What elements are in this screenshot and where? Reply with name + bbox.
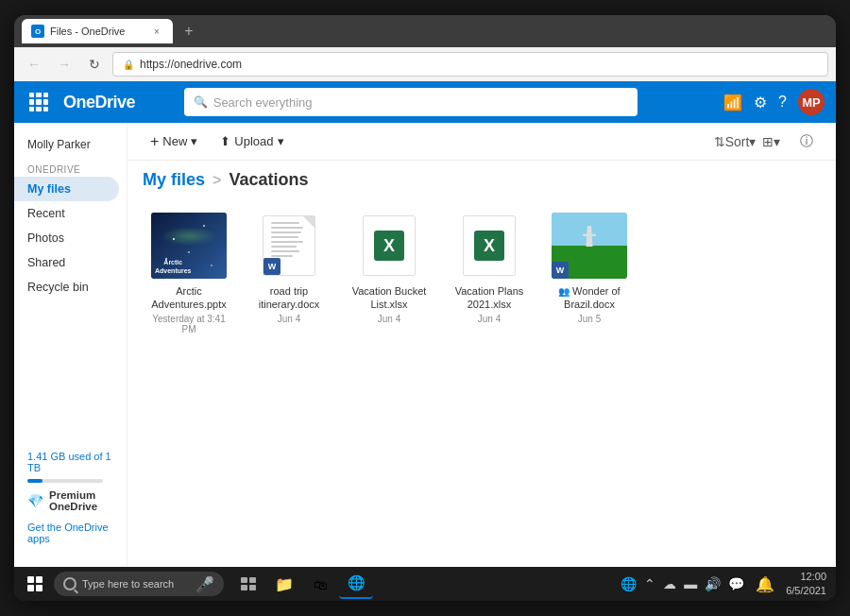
upload-label: Upload xyxy=(234,134,273,148)
doc-line xyxy=(271,227,303,229)
file-date: Jun 4 xyxy=(478,314,501,324)
search-box[interactable]: 🔍 Search everything xyxy=(184,88,638,116)
toolbar-right: ⇅ Sort ▾ ⊞ ▾ ⓘ xyxy=(721,128,821,156)
file-item[interactable]: W 👥 Wonder of Brazil.docx Jun 5 xyxy=(543,205,636,342)
refresh-button[interactable]: ↻ xyxy=(82,52,107,77)
edge-button[interactable]: 🌐 xyxy=(339,569,373,599)
doc-line xyxy=(271,231,301,233)
sidebar: Molly Parker OneDrive My files Recent Ph… xyxy=(14,123,128,567)
chevron-up-icon[interactable]: ⌃ xyxy=(644,576,655,591)
comment-icon[interactable]: 💬 xyxy=(728,576,744,591)
get-apps-link[interactable]: Get the OneDrive apps xyxy=(27,522,113,544)
info-icon: ⓘ xyxy=(800,133,813,150)
file-item[interactable]: X Vacation Bucket List.xlsx Jun 4 xyxy=(343,205,435,342)
file-explorer-button[interactable]: 📁 xyxy=(267,569,301,599)
waffle-dot xyxy=(43,99,48,104)
cloud-icon[interactable]: ☁ xyxy=(663,576,676,591)
browser-chrome: O Files - OneDrive × + ← → ↻ 🔒 https://o… xyxy=(14,15,836,81)
address-input[interactable]: 🔒 https://onedrive.com xyxy=(112,52,828,77)
wonder-thumbnail: W xyxy=(552,213,627,279)
file-item[interactable]: X Vacation Plans 2021.xlsx Jun 4 xyxy=(443,205,536,342)
sidebar-item-label: My files xyxy=(27,182,71,196)
sidebar-item-label: Photos xyxy=(27,231,64,245)
breadcrumb-root[interactable]: My files xyxy=(143,170,205,190)
doc-corner xyxy=(303,216,314,228)
file-name: Vacation Plans 2021.xlsx xyxy=(450,284,528,312)
xlsx-icon: X xyxy=(463,215,516,276)
statue-decoration xyxy=(583,226,596,247)
file-item[interactable]: W road trip itinerary.docx Jun 4 xyxy=(243,205,335,342)
task-view-button[interactable] xyxy=(231,569,265,599)
view-chevron-icon: ▾ xyxy=(774,134,780,149)
avatar[interactable]: MP xyxy=(798,89,824,115)
upload-chevron-icon: ▾ xyxy=(278,134,284,148)
taskbar-right: 🌐 ⌃ ☁ ▬ 🔊 💬 🔔 12:00 6/5/2021 xyxy=(620,570,830,599)
store-button[interactable]: 🛍 xyxy=(303,569,337,599)
file-explorer-icon: 📁 xyxy=(275,575,294,593)
sidebar-item-shared[interactable]: Shared xyxy=(14,250,119,275)
file-thumbnail: W xyxy=(552,213,627,279)
mic-icon[interactable]: 🎤 xyxy=(196,575,214,593)
new-button[interactable]: + New ▾ xyxy=(143,129,205,154)
notification-button[interactable]: 🔔 xyxy=(752,571,778,597)
settings-icon[interactable]: ⚙ xyxy=(754,94,767,111)
sidebar-item-myfiles[interactable]: My files xyxy=(14,177,119,201)
user-name: Molly Parker xyxy=(14,134,127,161)
file-name: 👥 Wonder of Brazil.docx xyxy=(551,284,628,312)
word-badge: W xyxy=(552,262,569,279)
file-date: Jun 4 xyxy=(378,314,400,324)
file-item[interactable]: ArcticAdventures Arctic Adventures.pptx … xyxy=(143,205,235,342)
breadcrumb: My files > Vacations xyxy=(128,161,836,197)
sidebar-item-label: Recycle bin xyxy=(27,281,89,294)
waffle-dot xyxy=(36,107,41,111)
toolbar: + New ▾ ⬆ Upload ▾ ⇅ Sort ▾ xyxy=(128,123,836,161)
waffle-dot xyxy=(36,99,41,104)
device-frame: O Files - OneDrive × + ← → ↻ 🔒 https://o… xyxy=(14,15,836,601)
doc-line xyxy=(271,236,298,238)
doc-line xyxy=(271,241,303,243)
files-grid: ArcticAdventures Arctic Adventures.pptx … xyxy=(128,197,836,357)
help-icon[interactable]: ? xyxy=(778,94,787,111)
view-button[interactable]: ⊞ ▾ xyxy=(756,128,785,156)
sidebar-item-recyclebin[interactable]: Recycle bin xyxy=(14,275,119,299)
taskbar: Type here to search 🎤 📁 🛍 🌐 xyxy=(14,567,836,601)
wifi-icon[interactable]: 📶 xyxy=(723,94,742,111)
browser-tab[interactable]: O Files - OneDrive × xyxy=(22,19,173,43)
svg-rect-0 xyxy=(241,577,247,583)
search-placeholder: Search everything xyxy=(213,95,313,110)
tab-close-button[interactable]: × xyxy=(150,25,163,38)
back-button[interactable]: ← xyxy=(22,52,46,77)
new-tab-button[interactable]: + xyxy=(177,19,201,43)
battery-icon[interactable]: ▬ xyxy=(684,576,697,591)
file-name: road trip itinerary.docx xyxy=(250,284,328,312)
tab-favicon: O xyxy=(31,25,44,38)
waffle-dot xyxy=(36,93,41,97)
file-date: Yesterday at 3:41 PM xyxy=(150,314,228,334)
excel-x-icon: X xyxy=(474,231,504,261)
network-icon[interactable]: 🌐 xyxy=(620,576,637,591)
premium-item[interactable]: 💎 Premium OneDrive xyxy=(27,486,113,516)
file-date: Jun 5 xyxy=(578,314,601,324)
volume-icon[interactable]: 🔊 xyxy=(705,576,721,591)
word-badge: W xyxy=(264,258,280,275)
start-button[interactable] xyxy=(20,569,50,599)
file-thumbnail: ArcticAdventures xyxy=(151,213,227,279)
storage-bar xyxy=(27,479,103,483)
svg-rect-3 xyxy=(249,585,256,590)
waffle-menu-button[interactable] xyxy=(26,89,52,115)
sidebar-item-recent[interactable]: Recent xyxy=(14,201,119,226)
sort-button[interactable]: ⇅ Sort ▾ xyxy=(721,128,749,156)
upload-button[interactable]: ⬆ Upload ▾ xyxy=(212,130,291,152)
task-view-icon xyxy=(241,577,256,590)
taskbar-search[interactable]: Type here to search 🎤 xyxy=(54,572,224,596)
sort-chevron-icon: ▾ xyxy=(749,134,756,149)
sidebar-item-photos[interactable]: Photos xyxy=(14,226,119,250)
main-area: Molly Parker OneDrive My files Recent Ph… xyxy=(14,123,836,567)
doc-line xyxy=(271,222,299,224)
sidebar-item-label: Shared xyxy=(27,256,65,269)
address-text: https://onedrive.com xyxy=(140,58,242,71)
info-button[interactable]: ⓘ xyxy=(792,128,821,156)
svg-rect-2 xyxy=(241,585,247,590)
doc-line xyxy=(271,250,299,252)
forward-button[interactable]: → xyxy=(52,52,76,77)
